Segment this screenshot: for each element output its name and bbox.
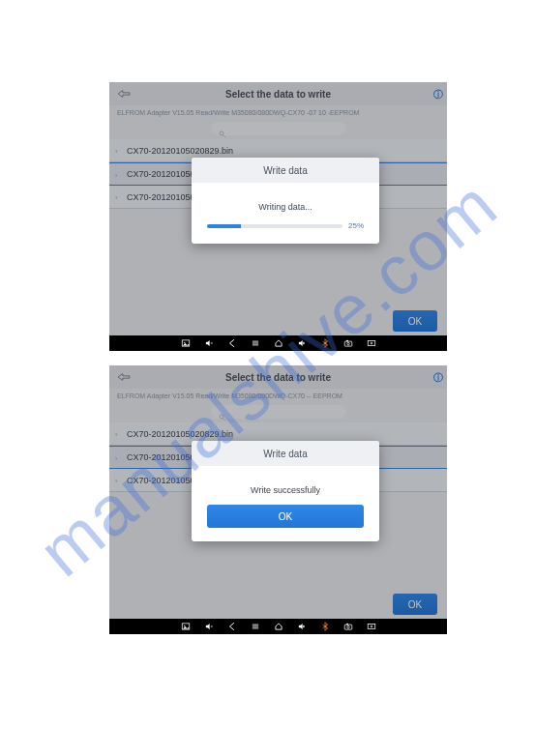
dialog-ok-button[interactable]: OK (207, 505, 364, 528)
svg-point-25 (346, 625, 349, 628)
bluetooth-icon[interactable] (320, 622, 330, 631)
bluetooth-icon[interactable] (320, 338, 330, 348)
dialog-title: Write data (192, 158, 379, 183)
svg-point-11 (346, 342, 349, 345)
dialog-message: Writing data... (207, 202, 364, 212)
progress-track (207, 224, 342, 228)
home-icon[interactable] (274, 338, 283, 348)
volume-down-icon[interactable] (204, 622, 214, 631)
dialog-message: Write successfully (207, 485, 364, 495)
camera-icon[interactable] (343, 622, 353, 631)
write-data-dialog: Write data Write successfully OK (192, 441, 379, 541)
volume-up-icon[interactable] (297, 338, 307, 348)
svg-rect-10 (344, 341, 352, 346)
svg-point-17 (184, 625, 185, 626)
menu-icon[interactable] (251, 622, 260, 631)
screenshot-write-success: Select the data to write ⓘ ELFROM Adapte… (109, 365, 447, 634)
volume-down-icon[interactable] (204, 338, 214, 348)
camera-icon[interactable] (343, 338, 353, 348)
progress-fill (207, 224, 241, 228)
write-data-dialog: Write data Writing data... 25% (192, 158, 379, 244)
system-nav-bar (109, 335, 447, 351)
gallery-icon[interactable] (181, 622, 191, 631)
progress-percent: 25% (348, 221, 364, 230)
dialog-title: Write data (192, 441, 379, 466)
gallery-icon[interactable] (181, 338, 191, 348)
screenshot-icon[interactable] (367, 338, 376, 348)
progress-bar: 25% (207, 221, 364, 230)
home-icon[interactable] (274, 622, 283, 631)
screenshot-icon[interactable] (367, 622, 376, 631)
svg-rect-24 (344, 625, 352, 629)
system-nav-bar (109, 619, 447, 634)
svg-point-3 (184, 342, 185, 343)
screenshot-writing-progress: Select the data to write ⓘ ELFROM Adapte… (109, 82, 447, 351)
svg-rect-12 (346, 340, 348, 341)
back-nav-icon[interactable] (227, 622, 237, 631)
menu-icon[interactable] (251, 338, 260, 348)
svg-rect-26 (346, 624, 348, 625)
volume-up-icon[interactable] (297, 622, 307, 631)
back-nav-icon[interactable] (227, 338, 237, 348)
